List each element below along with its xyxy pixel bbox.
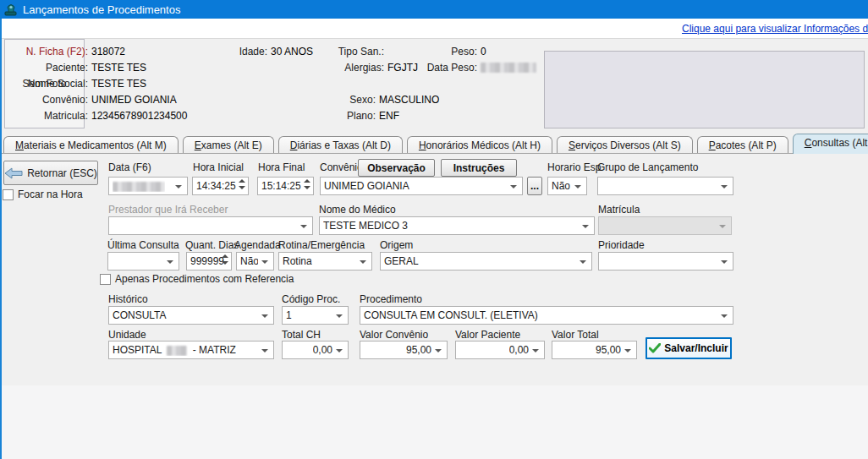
horario-esp-combobox[interactable]: Não [547, 177, 587, 195]
prestador-combobox[interactable] [108, 216, 313, 235]
procedimento-label: Procedimento [360, 293, 422, 305]
check-icon [649, 343, 661, 353]
unidade-value-prefix: HOSPITAL [113, 344, 162, 356]
chevron-down-icon [167, 260, 173, 264]
focar-na-hora-checkbox[interactable]: Focar na Hora [3, 189, 83, 200]
title-bar: Lançamentos de Procedimentos [0, 0, 868, 19]
hora-final-value: 15:14:25 [261, 180, 301, 192]
nome-medico-combobox[interactable]: TESTE MEDICO 3 [319, 216, 595, 235]
spinner-arrows-icon[interactable] [304, 179, 310, 189]
field-alergias: Alergias: FGJTJ [311, 61, 418, 74]
redacted-data-peso-value [481, 63, 536, 73]
spinner-arrows-icon[interactable] [239, 179, 245, 189]
observacao-button[interactable]: Observação [358, 159, 435, 177]
chevron-down-icon [624, 349, 631, 352]
hora-inicial-value: 14:34:25 [196, 180, 236, 192]
valor-paciente-combobox[interactable]: 0,00 [455, 341, 545, 359]
valor-convenio-label: Valor Convênio [360, 329, 428, 341]
tab-honorarios-medicos[interactable]: Honorários Médicos (Alt H) [407, 136, 552, 154]
chevron-down-icon [336, 349, 343, 352]
header-notes-panel [544, 51, 865, 128]
checkbox-box-icon[interactable] [100, 274, 111, 285]
hora-final-input[interactable]: 15:14:25 [257, 177, 314, 195]
ellipsis-button[interactable]: ... [527, 177, 542, 195]
agendada-combobox[interactable]: Não [236, 252, 274, 270]
arrow-left-icon [4, 167, 23, 179]
tab-materiais-medicamentos[interactable]: Materiais e Medicamentos (Alt M) [3, 136, 179, 154]
checkbox-box-icon[interactable] [3, 189, 14, 200]
valor-convenio-value: 95,00 [406, 344, 431, 356]
idade-value: 30 ANOS [271, 46, 313, 57]
rotina-emergencia-label: Rotina/Emergência [278, 239, 365, 251]
tab-consultas[interactable]: Consultas (Alt C) [793, 134, 868, 154]
chevron-down-icon [261, 260, 268, 264]
total-ch-combobox[interactable]: 0,00 [282, 341, 349, 359]
apenas-referencia-checkbox[interactable]: Apenas Procedimentos com Referencia [100, 273, 294, 285]
tab-bar: Materiais e Medicamentos (Alt M) Exames … [3, 134, 865, 154]
horario-esp-label: Horario Esp. [547, 161, 604, 173]
convenio-header-label: Convênio: [15, 94, 88, 106]
spinner-arrows-icon[interactable] [222, 254, 228, 265]
apenas-referencia-label: Apenas Procedimentos com Referencia [115, 273, 294, 285]
chevron-down-icon [360, 260, 366, 264]
instrucoes-label: Instruções [453, 162, 505, 174]
field-convenio-header: Convênio: UNIMED GOIANIA [15, 93, 177, 106]
origem-combobox[interactable]: GERAL [380, 252, 592, 270]
convenio-value: UNIMED GOIANIA [324, 180, 409, 192]
field-data-peso: Data Peso: [404, 61, 536, 74]
chevron-down-icon [574, 185, 581, 189]
valor-convenio-combobox[interactable]: 95,00 [360, 341, 448, 359]
matricula-combobox [598, 216, 732, 235]
field-n-ficha: N. Ficha (F2): 318072 [15, 45, 125, 57]
data-f6-label: Data (F6) [108, 161, 151, 173]
ultima-consulta-combobox[interactable] [107, 252, 179, 270]
window-left-border [0, 19, 2, 459]
procedimento-combobox[interactable]: CONSULTA EM CONSULT. (ELETIVA) [360, 306, 733, 325]
data-f6-combobox[interactable] [108, 177, 188, 195]
chevron-down-icon [300, 225, 307, 228]
patient-info-link[interactable]: Clique aqui para visualizar Informações … [682, 23, 868, 35]
nome-social-label: Nome Social: [15, 78, 88, 90]
procedures-window: Lançamentos de Procedimentos Clique aqui… [0, 0, 868, 459]
grupo-lancamento-combobox[interactable] [597, 177, 733, 195]
origem-value: GERAL [384, 255, 419, 267]
valor-total-value: 95,00 [596, 344, 621, 356]
ellipsis-label: ... [530, 180, 539, 192]
field-nome-social: Nome Social: TESTE TES [15, 77, 146, 90]
tab-servicos-diversos[interactable]: Serviços Diversos (Alt S) [557, 136, 693, 154]
nome-medico-label: Nome do Médico [319, 204, 396, 216]
tab-exames[interactable]: Exames (Alt E) [183, 136, 274, 154]
tipo-san-label: Tipo San.: [311, 46, 384, 57]
codigo-proc-combobox[interactable]: 1 [282, 306, 349, 325]
hora-final-label: Hora Final [258, 161, 305, 173]
retornar-button[interactable]: Retornar (ESC) [3, 161, 98, 185]
salvar-incluir-button[interactable]: Salvar/Incluir [646, 337, 732, 359]
unidade-combobox[interactable]: HOSPITAL - MATRIZ [108, 341, 274, 359]
matricula-header-value: 12345678901234500 [91, 110, 187, 122]
plano-value: ENF [379, 110, 399, 122]
historico-combobox[interactable]: CONSULTA [108, 306, 274, 325]
tab-pacotes[interactable]: Pacotes (Alt P) [697, 136, 788, 154]
bottom-filler [0, 385, 868, 459]
valor-total-combobox[interactable]: 95,00 [552, 341, 637, 359]
convenio-label: Convênio [320, 161, 363, 173]
nome-social-value: TESTE TES [91, 78, 146, 90]
rotina-emergencia-combobox[interactable]: Rotina [278, 252, 372, 270]
chevron-down-icon [175, 185, 182, 189]
prioridade-combobox[interactable] [598, 252, 733, 270]
peso-label: Peso: [421, 46, 477, 57]
valor-total-label: Valor Total [552, 329, 599, 341]
nome-medico-value: TESTE MEDICO 3 [323, 220, 408, 232]
quant-dias-input[interactable]: 999999 [186, 252, 232, 270]
field-matricula-header: Matricula: 12345678901234500 [15, 109, 187, 122]
convenio-combobox[interactable]: UNIMED GOIANIA [320, 177, 523, 195]
chevron-down-icon [721, 314, 728, 318]
hora-inicial-label: Hora Inicial [193, 161, 244, 173]
patient-header: Sem Foto N. Ficha (F2): 318072 Paciente:… [0, 39, 868, 134]
tab-diarias-taxas[interactable]: Diárias e Taxas (Alt D) [278, 136, 403, 154]
chevron-down-icon [261, 314, 268, 318]
hora-inicial-input[interactable]: 14:34:25 [192, 177, 249, 195]
origem-label: Origem [380, 239, 413, 251]
instrucoes-button[interactable]: Instruções [441, 159, 517, 177]
paciente-value: TESTE TES [91, 62, 146, 74]
